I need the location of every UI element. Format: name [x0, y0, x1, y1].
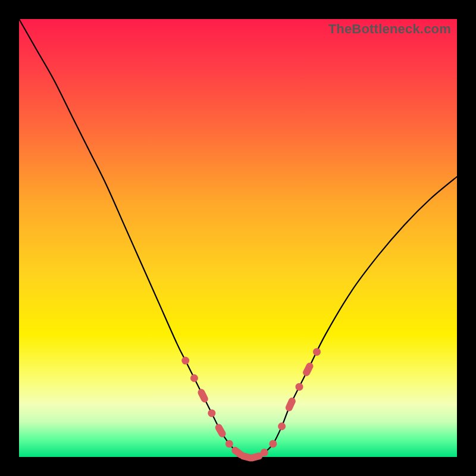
curve-right-branch	[247, 177, 457, 458]
plot-area: TheBottleneck.com	[19, 19, 457, 457]
curve-marker-pill	[196, 388, 209, 404]
curve-marker-dot	[261, 449, 268, 456]
outer-frame: TheBottleneck.com	[0, 0, 476, 476]
curve-svg	[19, 19, 457, 457]
curve-marker-dot	[278, 422, 286, 430]
curve-marker-pill	[214, 422, 227, 439]
curve-marker-pill	[284, 396, 297, 412]
curve-marker-dot	[226, 440, 233, 447]
curve-marker-dot	[190, 374, 198, 382]
curve-marker-dot	[296, 383, 303, 391]
curve-left-branch	[19, 19, 247, 457]
curve-markers	[181, 348, 321, 462]
curve-marker-dot	[313, 348, 321, 356]
curve-marker-pill	[302, 361, 314, 377]
curve-marker-dot	[269, 440, 277, 447]
curve-marker-dot	[208, 409, 215, 417]
curve-marker-dot	[181, 357, 189, 365]
